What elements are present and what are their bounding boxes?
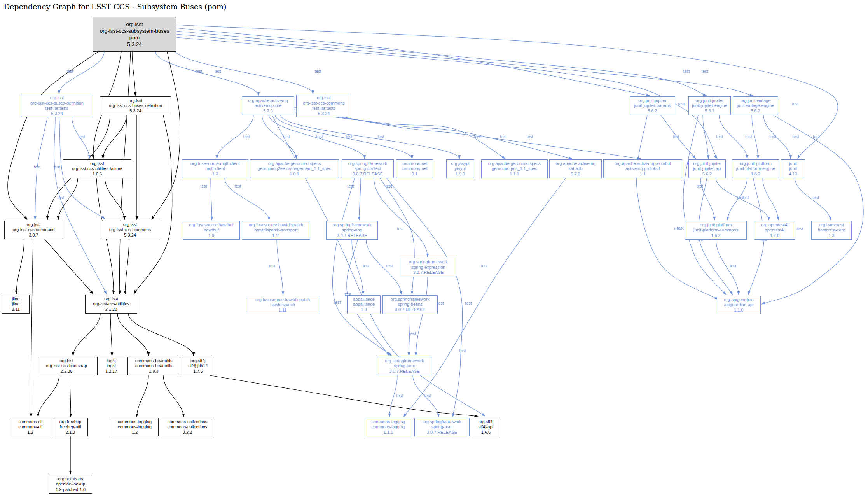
edge-scope-label: test [770, 134, 776, 139]
node-label-line: 5.3.24 [129, 109, 141, 114]
edge-mqtt-transport [225, 178, 269, 220]
edge-scope-label: test [730, 263, 737, 268]
edge-utilities-slf4j_jdk14 [128, 314, 194, 356]
node-label-line: 4.13 [789, 172, 797, 177]
edge-scope-label: test [363, 263, 370, 268]
edge-scope-label: test [481, 263, 488, 268]
edge-scope-label: test [746, 134, 752, 139]
node-label-line: 2.1.20 [105, 307, 117, 312]
node-label-line: 3.0.7.RELEASE [389, 369, 419, 374]
node-protobuf: org.apache.activemq.protobufactivemq-pro… [603, 159, 682, 178]
node-label-line: 1.1.1 [384, 430, 393, 435]
edge-activemq-net [275, 115, 412, 159]
node-label-line: junit-jupiter-params [634, 103, 671, 109]
node-label-line: 3.0.7 [29, 233, 38, 238]
node-label-line: org.apache.geronimo.specs [268, 161, 321, 167]
node-label-line: log4j [107, 363, 115, 369]
edge-command-jline [16, 239, 24, 294]
edge-scope-label: test [793, 134, 799, 139]
node-label-line: org.junit.platform [740, 161, 772, 167]
node-label-line: org.springframework [348, 161, 387, 167]
node-label-line: mqtt-client [205, 166, 225, 172]
node-label-line: 5.6.2 [648, 109, 657, 114]
node-label-line: org.junit.vintage [741, 98, 771, 103]
edge-scope-label: test [58, 195, 64, 200]
node-activemq: org.apache.activemqactivemq-core5.7.0 [242, 96, 294, 115]
edge-engine-japi [703, 115, 708, 159]
node-label-line: 1.9.0 [456, 172, 465, 177]
node-label-line: 1.6.6 [481, 430, 491, 435]
graph-title: Dependency Graph for LSST CCS - Subsyste… [4, 2, 226, 11]
edge-scope-label: test [243, 134, 250, 139]
node-label-line: org.slf4j [479, 419, 494, 425]
edge-root-junit4 [176, 25, 838, 159]
edge-bootstrap-freehep [70, 375, 71, 417]
node-label-line: 2.2.30 [61, 369, 73, 374]
node-pengine: org.junit.platformjunit-platform-engine1… [732, 159, 779, 178]
edge-root-busdef [132, 52, 135, 96]
edge-scope-label: test [792, 102, 799, 106]
edge-scope-label: test [334, 300, 341, 305]
node-label-line: junit [789, 161, 797, 167]
edge-scope-label: test [269, 263, 276, 268]
node-label-line: 1.1 [640, 172, 646, 177]
node-label-line: commons-cli [18, 424, 42, 430]
node-label-line: 1.1.0 [734, 308, 743, 313]
node-apiguardian: org.apiguardianapiguardian-api1.1.0 [717, 296, 761, 314]
edge-context-beans [380, 178, 414, 294]
node-label-line: org-lsst-ccs-buses-definition [30, 101, 84, 106]
node-label-line: junit-platform-commons [693, 228, 738, 233]
edge-command-utilities [45, 239, 93, 294]
node-label-line: org.hamcrest [819, 223, 844, 228]
edge-root-params [176, 28, 650, 96]
node-label-line: commons-logging [372, 419, 405, 425]
edge-utilities-bootstrap [73, 314, 100, 356]
node-command: org.lsstorg-lsst-ccs-command3.0.7 [4, 221, 63, 239]
node-label-line: org.junit.jupiter [638, 98, 666, 103]
edge-scope-label: test [196, 69, 203, 74]
node-label-line: spring-asm [431, 424, 452, 430]
node-vintage: org.junit.vintagejunit-vintage-engine5.6… [733, 96, 778, 115]
node-aop: org.springframeworkspring-aop3.0.7.RELEA… [326, 221, 378, 240]
node-label-line: activemq-core [255, 103, 281, 109]
edge-root-busdef_tests [59, 52, 104, 94]
node-label-line: 1.1.1 [510, 172, 519, 177]
node-label-line: org.fusesource.mqtt-client [190, 161, 240, 167]
edge-beanutils-collections [163, 375, 183, 417]
edge-scope-label: test [215, 69, 221, 74]
node-label-line: 5.6.2 [751, 109, 760, 114]
node-kahadb: org.apache.activemqkahadb5.7.0 [549, 159, 602, 178]
edge-scope-label: test [378, 134, 384, 139]
node-label-line: geronimo-jms_1.1_spec [492, 166, 537, 172]
node-label-line: org.netbeans [58, 477, 83, 482]
edge-commons-utilities [125, 239, 129, 294]
node-label-line: activemq-protobuf [625, 166, 660, 172]
dependency-graph-canvas: testtesttesttesttesttesttesttesttesttest… [0, 0, 868, 496]
edge-pengine-opentest [763, 178, 778, 220]
edge-root-commons [152, 52, 180, 220]
edge-mqtt-hawtbuf [211, 178, 212, 220]
node-label-line: 3.0.7.RELEASE [395, 307, 425, 313]
edge-scope-label: test [201, 184, 207, 188]
node-label-line: org-lsst-ccs-commons [109, 227, 151, 233]
edge-aop-beans [366, 240, 401, 294]
node-label-line: 1.0 [361, 307, 367, 313]
node-label-line: org.apache.geronimo.specs [488, 161, 541, 167]
node-label-line: org.apache.activemq.protobuf [615, 161, 671, 167]
edge-scope-label: test [673, 134, 679, 139]
node-label-line: 1.9.3 [149, 369, 158, 374]
node-j2ee: org.apache.geronimo.specsgeronimo-j2ee-m… [250, 159, 339, 178]
node-label-line: 1.2.0 [770, 233, 779, 238]
node-label-line: jline [12, 296, 20, 302]
node-label-line: spring-context [354, 166, 381, 172]
node-label-line: org-lsst-ccs-buses-definition [109, 103, 162, 109]
node-label-line: org.slf4j [190, 358, 206, 364]
node-label-line: test-jar:tests [45, 106, 69, 111]
node-label-line: 3.1 [412, 172, 417, 177]
edge-bootstrap-commons_cli [38, 375, 59, 417]
node-label-line: org.junit.platform [700, 223, 732, 228]
node-core: org.springframeworkspring-core3.0.7.RELE… [377, 357, 432, 375]
node-label-line: org.springframework [409, 259, 448, 265]
node-label-line: org.lsst [104, 296, 118, 302]
node-label-line: junit-platform-engine [736, 166, 775, 172]
